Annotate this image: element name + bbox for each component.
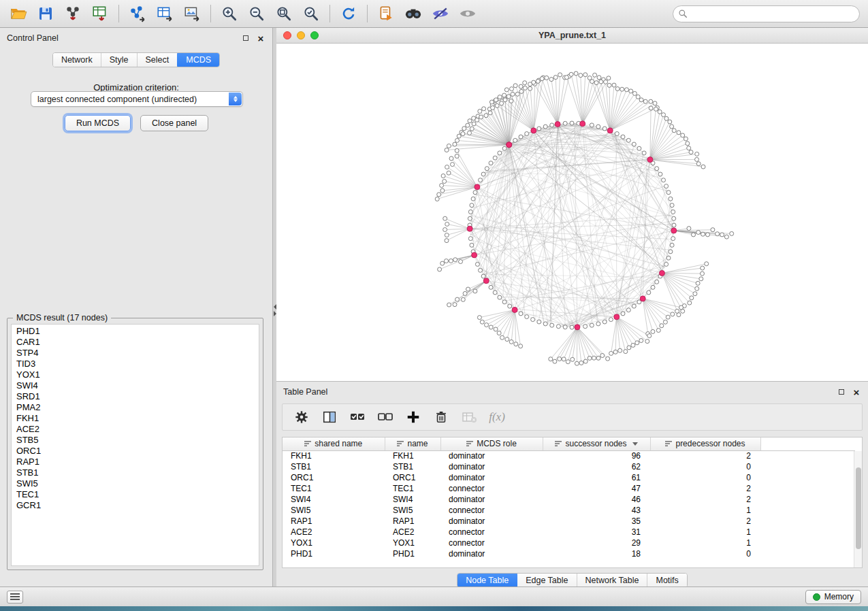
network-titlebar[interactable]: YPA_prune.txt_1 [276,28,868,44]
float-panel-icon[interactable] [241,33,251,43]
table-cell: 2 [650,450,760,461]
list-item[interactable]: STB5 [12,435,259,446]
chevron-down-icon [632,442,638,446]
delete-row-icon[interactable] [433,409,449,425]
table-toolbar: f(x) [282,403,863,431]
float-table-panel-icon[interactable] [837,387,846,397]
list-item[interactable]: TID3 [12,359,259,369]
node-table-wrap: shared name name MCDS role successor nod… [282,437,863,568]
memory-button[interactable]: Memory [805,590,861,604]
table-row[interactable]: SWI4SWI4dominator462 [283,494,855,505]
add-row-icon[interactable] [405,409,421,425]
list-item[interactable]: PMA2 [12,402,259,413]
list-item[interactable]: PHD1 [12,326,259,337]
column-header-shared-name[interactable]: shared name [283,437,385,450]
zoom-in-icon[interactable] [219,3,240,24]
table-cell: TEC1 [385,483,440,494]
column-header-successor-nodes[interactable]: successor nodes [543,437,650,450]
list-item[interactable]: ACE2 [12,424,259,435]
close-table-panel-icon[interactable]: × [852,387,861,397]
table-cell: dominator [440,494,543,505]
table-cell-filler [760,472,855,483]
zoom-selected-icon[interactable] [301,3,321,24]
table-cell: 61 [543,472,650,483]
tab-style[interactable]: Style [101,53,138,67]
table-disabled-icon [461,409,477,425]
import-network-file-icon[interactable] [63,3,83,24]
mcds-result-list[interactable]: PHD1CAR1STP4TID3YOX1SWI4SRD1PMA2FKH1ACE2… [11,324,259,566]
hide-selected-icon[interactable] [430,3,451,24]
close-panel-icon[interactable]: × [256,33,266,43]
table-row[interactable]: SWI5SWI5connector431 [283,505,855,516]
table-row[interactable]: YOX1YOX1connector291 [283,538,855,548]
table-row[interactable]: FKH1FKH1dominator962 [283,450,855,461]
list-item[interactable]: GCR1 [12,500,259,511]
task-history-button[interactable] [7,591,23,604]
list-item[interactable]: TEC1 [12,489,259,500]
table-scrollbar-thumb[interactable] [856,467,861,549]
refresh-icon[interactable] [338,3,359,24]
table-scrollbar[interactable] [854,451,862,567]
tab-mcds[interactable]: MCDS [177,52,220,67]
criterion-dropdown[interactable]: largest connected component (undirected) [31,91,243,107]
table-row[interactable]: RAP1RAP1dominator352 [283,516,855,527]
table-cell: connector [440,538,543,548]
save-icon[interactable] [35,3,56,24]
table-row[interactable]: ACE2ACE2connector311 [283,527,855,538]
close-panel-button[interactable]: Close panel [140,115,208,131]
export-image-icon[interactable] [182,3,202,24]
list-item[interactable]: SWI5 [12,478,259,489]
network-canvas[interactable] [276,44,868,381]
list-item[interactable]: STP4 [12,348,259,359]
list-item[interactable]: CAR1 [12,337,259,348]
table-cell: 35 [543,516,650,527]
toolbar-separator [118,5,119,22]
table-cell: ACE2 [385,527,440,538]
tab-network[interactable]: Network [53,53,101,67]
import-table-file-icon[interactable] [90,3,110,24]
list-item[interactable]: FKH1 [12,413,259,424]
share-document-icon[interactable] [376,3,396,24]
list-item[interactable]: ORC1 [12,446,259,457]
column-select-icon[interactable] [321,409,338,425]
table-cell: 0 [650,548,760,559]
table-row[interactable]: STB1STB1dominator620 [283,461,855,472]
column-header-name[interactable]: name [385,437,440,450]
export-network-icon[interactable] [127,3,148,24]
search-input[interactable] [673,5,860,22]
table-cell: dominator [440,516,543,527]
table-row[interactable]: TEC1TEC1connector472 [283,483,855,494]
toolbar-separator [367,5,368,22]
tab-edge-table[interactable]: Edge Table [517,574,577,587]
list-item[interactable]: RAP1 [12,457,259,467]
list-item[interactable]: YOX1 [12,369,259,380]
open-folder-icon[interactable] [8,3,29,24]
table-cell: 1 [650,527,760,538]
column-header-mcds-role[interactable]: MCDS role [440,437,543,450]
run-mcds-button[interactable]: Run MCDS [65,115,131,131]
menu-list-icon [10,593,20,601]
list-item[interactable]: STB1 [12,467,259,478]
tab-select[interactable]: Select [138,53,178,67]
tab-motifs[interactable]: Motifs [647,574,686,587]
deselect-all-icon[interactable] [377,409,393,425]
table-cell: 2 [650,494,760,505]
search-network-icon[interactable] [403,3,423,24]
table-cell: ORC1 [385,472,440,483]
zoom-fit-icon[interactable] [274,3,294,24]
settings-gear-icon[interactable] [293,409,310,425]
export-table-icon[interactable] [155,3,175,24]
list-item[interactable]: SRD1 [12,391,259,402]
desktop-wallpaper [0,606,868,611]
table-row[interactable]: PHD1PHD1dominator180 [283,548,855,559]
table-cell: SWI4 [283,494,385,505]
list-item[interactable]: SWI4 [12,380,259,391]
tab-node-table[interactable]: Node Table [457,573,518,588]
zoom-out-icon[interactable] [246,3,267,24]
tab-network-table[interactable]: Network Table [577,574,648,587]
table-row[interactable]: ORC1ORC1dominator610 [283,472,855,483]
show-all-icon[interactable] [457,3,478,24]
column-header-predecessor-nodes[interactable]: predecessor nodes [650,437,760,450]
select-all-icon[interactable] [349,409,366,425]
network-window: YPA_prune.txt_1 [276,28,868,381]
